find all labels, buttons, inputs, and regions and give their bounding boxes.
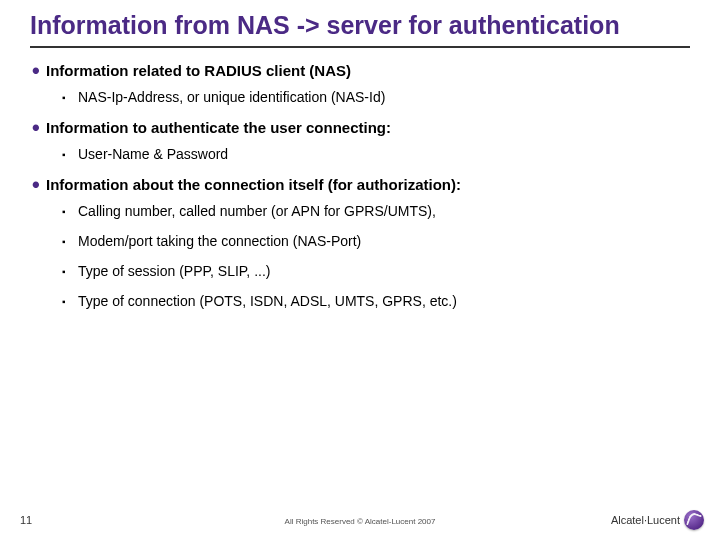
brand-name: Alcatel·Lucent bbox=[611, 514, 680, 526]
slide-footer: 11 All Rights Reserved © Alcatel-Lucent … bbox=[0, 504, 720, 532]
bullet-level1: Information about the connection itself … bbox=[32, 176, 690, 193]
bullet-level1: Information related to RADIUS client (NA… bbox=[32, 62, 690, 79]
slide-content: Information related to RADIUS client (NA… bbox=[30, 62, 690, 309]
bullet-level2: Type of session (PPP, SLIP, ...) bbox=[62, 263, 690, 279]
slide: Information from NAS -> server for authe… bbox=[0, 0, 720, 540]
bullet-level2: Modem/port taking the connection (NAS-Po… bbox=[62, 233, 690, 249]
bullet-level2: User-Name & Password bbox=[62, 146, 690, 162]
brand-logo: Alcatel·Lucent bbox=[611, 510, 704, 530]
bullet-level2: Calling number, called number (or APN fo… bbox=[62, 203, 690, 219]
brand-icon bbox=[684, 510, 704, 530]
bullet-level2: NAS-Ip-Address, or unique identification… bbox=[62, 89, 690, 105]
slide-title: Information from NAS -> server for authe… bbox=[30, 12, 690, 40]
title-underline bbox=[30, 46, 690, 48]
bullet-level2: Type of connection (POTS, ISDN, ADSL, UM… bbox=[62, 293, 690, 309]
bullet-level1: Information to authenticate the user con… bbox=[32, 119, 690, 136]
